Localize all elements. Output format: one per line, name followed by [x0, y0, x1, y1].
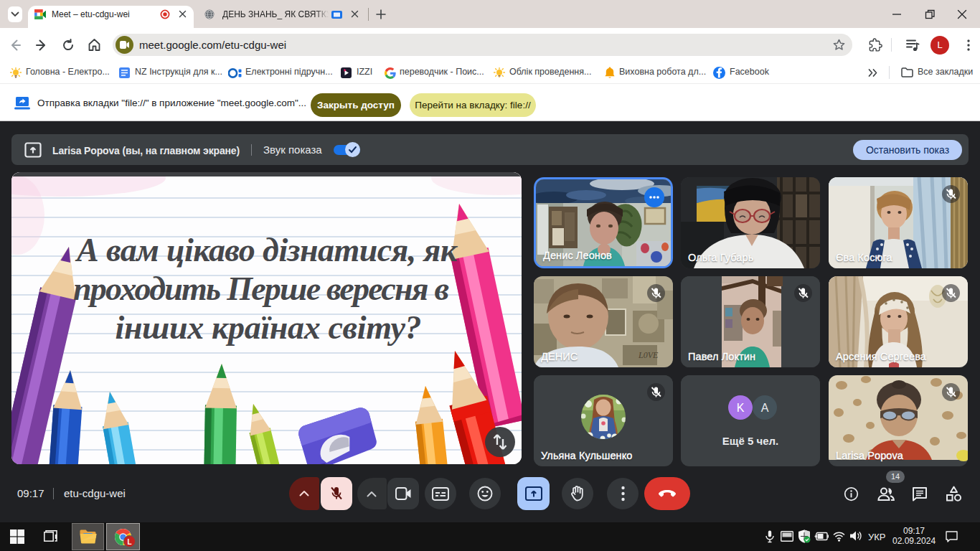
svg-text:L0VE: L0VE [638, 350, 659, 360]
svg-text:проходить Перше вересня в: проходить Перше вересня в [73, 270, 449, 307]
svg-text:А вам цікаво дізнатися, як: А вам цікаво дізнатися, як [75, 232, 458, 268]
svg-text:інших країнах світу?: інших країнах світу? [116, 309, 422, 346]
svg-text:Ещё 5 чел.: Ещё 5 чел. [722, 435, 778, 447]
svg-text:A: A [761, 402, 769, 414]
svg-text:K: K [737, 402, 745, 414]
